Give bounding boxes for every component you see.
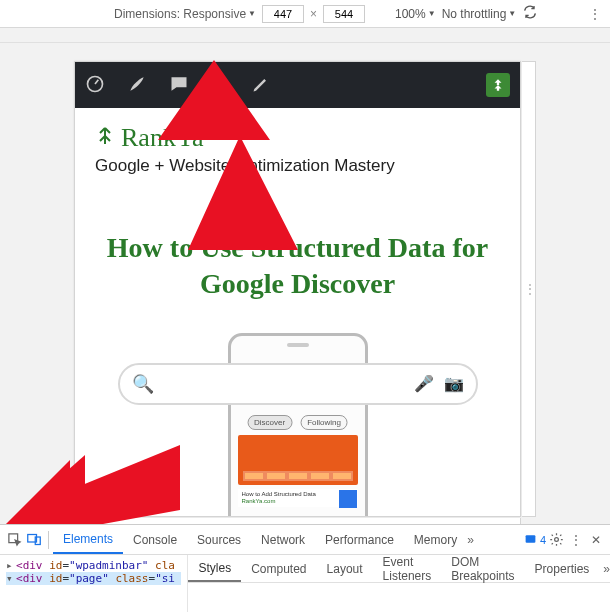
subtab-dom-breakpoints[interactable]: DOM Breakpoints (441, 555, 524, 582)
resize-handle-east[interactable]: ⋮ (522, 61, 536, 517)
site-brand[interactable]: RankYa (95, 122, 500, 153)
discover-tabs: Discover Following (247, 415, 348, 430)
issues-indicator[interactable]: 4 (524, 533, 546, 546)
caret-down-icon: ▼ (508, 9, 516, 18)
subtab-properties[interactable]: Properties (525, 555, 600, 582)
subtab-layout[interactable]: Layout (317, 555, 373, 582)
edit-icon[interactable] (251, 74, 271, 97)
article-title: How to Use Structured Data for Google Di… (95, 230, 500, 303)
device-frame: + RankYa Google + Website Optimization M… (74, 61, 521, 517)
styles-pane: Styles Computed Layout Event Listeners D… (188, 555, 610, 612)
throttle-value: No throttling (442, 7, 507, 21)
dashboard-icon[interactable] (85, 74, 105, 97)
rotate-icon[interactable] (522, 4, 538, 23)
caret-down-icon: ▼ (248, 9, 256, 18)
zoom-dropdown[interactable]: 100% ▼ (395, 7, 436, 21)
svg-point-8 (554, 538, 558, 542)
times-separator: × (310, 7, 317, 21)
tab-console[interactable]: Console (123, 525, 187, 554)
brand-logo-icon (95, 122, 115, 151)
page-body: RankYa Google + Website Optimization Mas… (75, 108, 520, 513)
height-input[interactable] (323, 5, 365, 23)
dom-row[interactable]: ▸<div id="wpadminbar" cla (6, 559, 181, 572)
subtab-event-listeners[interactable]: Event Listeners (373, 555, 442, 582)
zoom-value: 100% (395, 7, 426, 21)
elements-tree[interactable]: ▸<div id="wpadminbar" cla ▾<div id="page… (0, 555, 188, 612)
tab-following: Following (300, 415, 348, 430)
width-input[interactable] (262, 5, 304, 23)
styles-subtabs: Styles Computed Layout Event Listeners D… (188, 555, 610, 583)
seo-badge-icon[interactable] (486, 73, 510, 97)
close-devtools-icon[interactable]: ✕ (586, 530, 606, 550)
subtab-styles[interactable]: Styles (188, 555, 241, 582)
device-toolbar: Dimensions: Responsive ▼ × 100% ▼ No thr… (0, 0, 610, 28)
more-tabs-icon[interactable]: » (467, 533, 474, 547)
more-options-icon[interactable]: ⋮ (586, 7, 602, 21)
dom-row-selected[interactable]: ▾<div id="page" class="si (6, 572, 181, 585)
tab-discover: Discover (247, 415, 292, 430)
tab-network[interactable]: Network (251, 525, 315, 554)
comment-icon[interactable] (169, 74, 189, 97)
dimensions-dropdown[interactable]: Dimensions: Responsive ▼ (114, 7, 256, 21)
discover-card-caption: How to Add Structured Data RankYa.com (238, 489, 358, 507)
mic-icon: 🎤 (414, 375, 434, 392)
caret-down-icon: ▼ (428, 9, 436, 18)
discover-card-illustration (238, 435, 358, 485)
add-new-icon[interactable]: + (211, 70, 229, 100)
camera-icon: 📷 (444, 375, 464, 392)
tab-performance[interactable]: Performance (315, 525, 404, 554)
tab-memory[interactable]: Memory (404, 525, 467, 554)
more-icon[interactable]: ⋮ (566, 530, 586, 550)
brush-icon[interactable] (127, 74, 147, 97)
devtools-main-tabs: Elements Console Sources Network Perform… (0, 525, 610, 555)
devtools-panel: Elements Console Sources Network Perform… (0, 524, 610, 612)
dimensions-label: Dimensions: Responsive (114, 7, 246, 21)
tab-sources[interactable]: Sources (187, 525, 251, 554)
search-icon: 🔍 (132, 373, 154, 395)
wp-admin-bar: + (75, 62, 520, 108)
ruler-line (0, 42, 610, 43)
viewport-area: + RankYa Google + Website Optimization M… (0, 28, 610, 524)
search-bar-illustration: 🔍 🎤 📷 (118, 363, 478, 405)
brand-name: RankYa (121, 123, 204, 153)
inspect-icon[interactable] (4, 530, 24, 550)
svg-rect-7 (526, 535, 536, 543)
more-subtabs-icon[interactable]: » (603, 562, 610, 576)
throttle-dropdown[interactable]: No throttling ▼ (442, 7, 517, 21)
subtab-computed[interactable]: Computed (241, 555, 316, 582)
tab-elements[interactable]: Elements (53, 525, 123, 554)
site-tagline: Google + Website Optimization Mastery (95, 155, 500, 178)
device-toggle-icon[interactable] (24, 530, 44, 550)
hero-illustration: 🔍 🎤 📷 Discover Following How to Add Stru… (118, 333, 478, 513)
settings-icon[interactable] (546, 530, 566, 550)
